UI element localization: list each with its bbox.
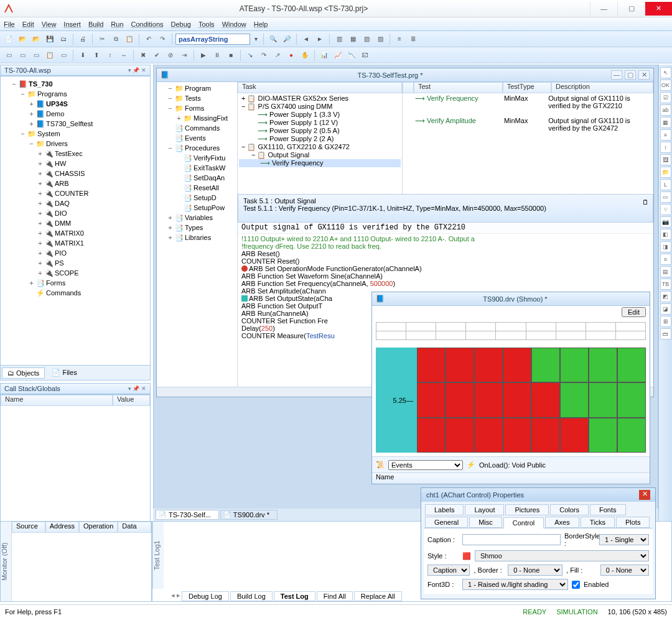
saveall-icon[interactable]: 🗂: [57, 33, 70, 45]
style-select[interactable]: Shmoo: [475, 550, 649, 561]
open2-icon[interactable]: 📂: [30, 33, 42, 45]
program-tree-item[interactable]: 📑VerifyFixtu: [158, 153, 236, 163]
col-name[interactable]: Name: [1, 395, 113, 406]
monitor-panel[interactable]: Monitor (Off) Source Address Operation D…: [0, 521, 152, 602]
tb2-2[interactable]: ▭: [16, 49, 29, 62]
menu-insert[interactable]: Insert: [63, 21, 81, 28]
program-tree-item[interactable]: −📑Procedures: [158, 143, 236, 153]
program-tree-item[interactable]: 📑SetupD: [158, 193, 236, 203]
caption-input[interactable]: [462, 534, 561, 545]
task-item[interactable]: − 📋 Output Signal: [239, 151, 401, 159]
menu-window[interactable]: Window: [222, 21, 246, 28]
search-dropdown-icon[interactable]: ▾: [251, 33, 260, 45]
tree-driver-item[interactable]: +🔌CHASSIS: [28, 168, 149, 178]
props-close-icon[interactable]: ✕: [639, 490, 650, 500]
tb2-9[interactable]: ↔: [118, 49, 130, 62]
chart2-icon[interactable]: 📈: [332, 49, 344, 62]
stepinto-icon[interactable]: ↘: [244, 49, 256, 62]
tool-tab-icon[interactable]: ⑂: [660, 204, 671, 215]
bp-toggle-icon[interactable]: ✔: [151, 49, 163, 62]
menu-run[interactable]: Run: [111, 21, 123, 28]
tb2-8[interactable]: ↕: [104, 49, 116, 62]
chart1-icon[interactable]: 📊: [318, 49, 330, 62]
edit-button[interactable]: Edit: [622, 307, 646, 317]
program-tree-item[interactable]: −📁Tests: [158, 93, 236, 103]
tree-driver-item[interactable]: +🔌ARB: [28, 178, 149, 188]
log-tab-findall[interactable]: Find All: [317, 591, 353, 601]
cut-icon[interactable]: ✂: [96, 33, 108, 45]
task-col-header[interactable]: Task: [238, 82, 402, 93]
fill-select[interactable]: 0 - None: [600, 565, 649, 576]
tree-driver-item[interactable]: +🔌COUNTER: [28, 188, 149, 198]
tool-cursor-icon[interactable]: ↖: [660, 67, 671, 78]
bp-goto-icon[interactable]: ⇥: [178, 49, 190, 62]
tab-pictures[interactable]: Pictures: [505, 504, 549, 515]
tool-db-icon[interactable]: 🗃: [660, 328, 671, 339]
events-select[interactable]: Events: [388, 460, 463, 470]
program-tree-item[interactable]: +📁MissingFixt: [158, 113, 236, 123]
tool-ok-icon[interactable]: OK: [660, 80, 671, 91]
tool-misc5-icon[interactable]: ◩: [660, 291, 671, 302]
files-tab[interactable]: 📄 Files: [46, 367, 82, 379]
tool-list-icon[interactable]: ≡: [660, 129, 671, 141]
tree-driver-item[interactable]: +🔌PIO: [28, 248, 149, 258]
bp-remove-icon[interactable]: ✖: [137, 49, 149, 62]
win4-icon[interactable]: ▨: [374, 33, 386, 45]
chart3-icon[interactable]: 📉: [345, 49, 358, 62]
col-value[interactable]: Value: [113, 395, 150, 406]
search-combo[interactable]: [175, 34, 250, 45]
program-tree-item[interactable]: 📑ExitTaskW: [158, 163, 236, 173]
hand-icon[interactable]: ✋: [299, 49, 311, 62]
menu-view[interactable]: View: [42, 21, 57, 28]
task-item[interactable]: ⟶ Verify Frequency: [239, 159, 401, 167]
task-item[interactable]: ⟶ Power Supply 2 (0.5 A): [239, 127, 401, 135]
log-tab-build[interactable]: Build Log: [230, 591, 273, 601]
tab-ticks[interactable]: Ticks: [581, 517, 615, 528]
font3d-select[interactable]: 1 - Raised w./light shading: [462, 579, 568, 590]
tb2-3[interactable]: ▭: [30, 49, 42, 62]
win2-icon[interactable]: ▦: [347, 33, 359, 45]
program-tree-item[interactable]: 📑Events: [158, 133, 236, 143]
stop-icon[interactable]: ■: [225, 49, 237, 62]
desc-col[interactable]: Description: [551, 82, 653, 93]
tb2-7[interactable]: ⬆: [90, 49, 103, 62]
tree-driver-item[interactable]: +🔌MATRIX1: [28, 238, 149, 248]
pin-icon[interactable]: ▾ 📌 ✕: [128, 67, 146, 73]
maximize-button[interactable]: ▢: [617, 2, 645, 16]
menu-conditions[interactable]: Conditions: [131, 21, 164, 28]
menu-help[interactable]: Help: [254, 21, 268, 28]
run-icon[interactable]: ▶: [197, 49, 210, 62]
tree-driver-item[interactable]: +🔌MATRIX0: [28, 228, 149, 238]
test-col[interactable]: Test: [414, 82, 503, 93]
tab-misc[interactable]: Misc: [469, 517, 502, 528]
tool-check-icon[interactable]: ☑: [660, 92, 671, 103]
new-icon[interactable]: 📄: [2, 33, 15, 45]
log-tab-debug[interactable]: Debug Log: [182, 591, 229, 601]
program-tree-item[interactable]: 📑Commands: [158, 123, 236, 133]
fwd-icon[interactable]: ►: [314, 33, 326, 45]
tab-plots[interactable]: Plots: [616, 517, 650, 528]
tool-tree-icon[interactable]: 📁: [660, 167, 671, 178]
tree-driver-item[interactable]: +🔌DIO: [28, 208, 149, 218]
tool-cam-icon[interactable]: 📷: [660, 216, 671, 228]
mon-col-address[interactable]: Address: [45, 522, 79, 533]
undo-icon[interactable]: ↶: [142, 33, 155, 45]
task-item[interactable]: ⟶ Power Supply 1 (12 V): [239, 119, 401, 127]
tool-scroll-icon[interactable]: ↕: [660, 142, 671, 153]
name-header[interactable]: Name: [372, 473, 650, 484]
program-tree-item[interactable]: 📑SetDaqAn: [158, 173, 236, 183]
task-item[interactable]: ⟶ Power Supply 1 (3.3 V): [239, 111, 401, 119]
tab-fonts[interactable]: Fonts: [590, 504, 626, 515]
pause-icon[interactable]: ⏸: [211, 49, 223, 62]
child-close-icon[interactable]: ✕: [638, 70, 650, 80]
tool-tb-icon[interactable]: TB: [660, 279, 671, 290]
program-tree-item[interactable]: +📑Variables: [158, 213, 236, 223]
task-item[interactable]: − 📋 P/S GX7400 using DMM: [239, 103, 401, 111]
find-icon[interactable]: 🔍: [267, 33, 279, 45]
program-tree-item[interactable]: −📁Forms: [158, 103, 236, 113]
tb2-6[interactable]: ⬇: [77, 49, 89, 62]
open-icon[interactable]: 📂: [16, 33, 29, 45]
shmoo-window[interactable]: 📘 TS900.drv (Shmoo) * Edit 5.25 — 📜 Even…: [371, 292, 650, 484]
menu-debug[interactable]: Debug: [171, 21, 191, 28]
menu-edit[interactable]: Edit: [22, 21, 34, 28]
